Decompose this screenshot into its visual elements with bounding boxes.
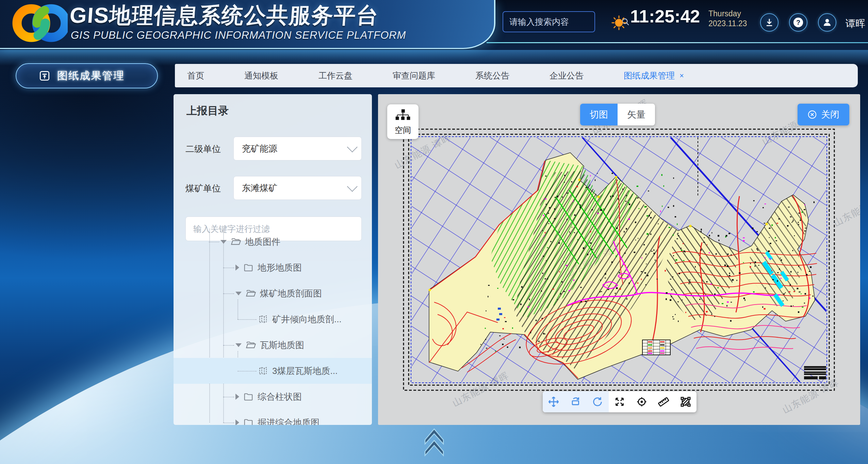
user-icon bbox=[822, 17, 832, 28]
tree-node-4[interactable]: 矿井倾向地质剖... bbox=[174, 306, 372, 332]
folder-open-icon bbox=[246, 340, 256, 350]
username-label[interactable]: 谭晖 bbox=[846, 17, 865, 31]
measure-tool-button[interactable] bbox=[653, 391, 675, 412]
map-toolbar bbox=[543, 391, 697, 412]
tab-7[interactable]: 图纸成果管理× bbox=[624, 70, 684, 81]
map-file-icon bbox=[258, 366, 268, 376]
sidebar-module-button[interactable]: 图纸成果管理 bbox=[16, 63, 158, 88]
fullscreen-tool-button[interactable] bbox=[609, 391, 631, 412]
rotate-tool-button[interactable] bbox=[565, 391, 587, 412]
secondary-unit-select[interactable]: 兖矿能源 bbox=[233, 137, 362, 160]
map-canvas[interactable] bbox=[378, 94, 860, 425]
tree-node-1[interactable]: 地质图件 bbox=[174, 229, 372, 255]
tile-mode-button[interactable]: 切图 bbox=[580, 104, 618, 125]
svg-text:?: ? bbox=[796, 19, 800, 26]
filter-label-secondary-unit: 二级单位 bbox=[185, 143, 221, 155]
help-button[interactable]: ? bbox=[789, 13, 807, 32]
collapse-up-button[interactable] bbox=[423, 427, 445, 458]
expanded-caret-icon[interactable] bbox=[235, 343, 242, 347]
fullscreen-icon bbox=[614, 396, 625, 408]
tab-label: 审查问题库 bbox=[393, 70, 435, 81]
panel-title: 上报目录 bbox=[186, 104, 229, 118]
sidebar-module-label: 图纸成果管理 bbox=[57, 69, 125, 83]
weekday-label: Thursday bbox=[708, 9, 747, 19]
tree-node-2[interactable]: 地形地质图 bbox=[174, 255, 372, 280]
refresh-tool-button[interactable] bbox=[587, 391, 609, 412]
space-tree-button[interactable]: 空间 bbox=[387, 104, 419, 139]
tree-node-3[interactable]: 煤矿地质剖面图 bbox=[174, 280, 372, 306]
tab-2[interactable]: 通知模板 bbox=[244, 70, 278, 81]
map-mode-toggle: 切图 矢量 bbox=[580, 104, 655, 125]
tree-node-5[interactable]: 瓦斯地质图 bbox=[174, 332, 372, 358]
gis-platform-window: GIS地理信息系统公共服务平台 GIS PUBLIC GEOGRAPHIC IN… bbox=[0, 0, 868, 464]
tree-node-label: 掘进综合地质图 bbox=[258, 417, 320, 425]
area-tool-button[interactable] bbox=[674, 391, 697, 412]
folder-open-icon bbox=[231, 237, 241, 247]
double-chevron-up-icon bbox=[423, 427, 445, 457]
tree-node-label: 综合柱状图 bbox=[258, 391, 302, 403]
expanded-caret-icon[interactable] bbox=[235, 292, 242, 295]
page-title: GIS地理信息系统公共服务平台 bbox=[69, 1, 380, 30]
tab-label: 图纸成果管理 bbox=[624, 70, 675, 81]
tree-node-label: 瓦斯地质图 bbox=[260, 339, 304, 351]
pan-tool-button[interactable] bbox=[543, 391, 565, 412]
tree-node-label: 矿井倾向地质剖... bbox=[272, 313, 342, 325]
chevron-down-icon bbox=[347, 181, 358, 192]
header-divider-line bbox=[487, 42, 868, 43]
tree-node-8[interactable]: 掘进综合地质图 bbox=[174, 410, 372, 425]
tab-6[interactable]: 企业公告 bbox=[550, 70, 584, 81]
download-button[interactable] bbox=[760, 13, 779, 32]
question-icon: ? bbox=[792, 17, 804, 28]
tab-label: 系统公告 bbox=[475, 70, 509, 81]
download-icon bbox=[765, 18, 774, 27]
date-label: 2023.11.23 bbox=[708, 19, 747, 29]
date-block: Thursday 2023.11.23 bbox=[708, 9, 747, 29]
rotate-icon bbox=[570, 396, 582, 408]
tab-4[interactable]: 审查问题库 bbox=[393, 70, 435, 81]
close-button-label: 关闭 bbox=[821, 108, 839, 121]
measure-icon bbox=[658, 396, 669, 408]
map-file-icon bbox=[258, 314, 268, 324]
collapsed-caret-icon[interactable] bbox=[235, 264, 239, 271]
tree-node-label: 3煤层瓦斯地质... bbox=[272, 365, 338, 377]
weather-sun-icon bbox=[611, 15, 627, 31]
vector-mode-button[interactable]: 矢量 bbox=[618, 104, 655, 125]
tab-label: 首页 bbox=[187, 70, 204, 81]
folder-closed-icon bbox=[243, 392, 253, 402]
secondary-unit-value: 兖矿能源 bbox=[234, 143, 347, 155]
map-legend bbox=[642, 340, 670, 355]
tree-node-6[interactable]: 3煤层瓦斯地质... bbox=[174, 358, 372, 384]
tree-node-label: 地质图件 bbox=[245, 236, 280, 248]
global-search bbox=[503, 11, 595, 32]
tab-label: 工作云盘 bbox=[318, 70, 353, 81]
tab-5[interactable]: 系统公告 bbox=[475, 70, 509, 81]
tab-label: 企业公告 bbox=[550, 70, 584, 81]
area-icon bbox=[680, 396, 691, 408]
tree-node-7[interactable]: 综合柱状图 bbox=[174, 384, 372, 410]
tab-bar: 首页通知模板工作云盘审查问题库系统公告企业公告图纸成果管理× bbox=[175, 64, 858, 87]
app-logo-icon bbox=[12, 3, 68, 45]
expanded-caret-icon[interactable] bbox=[220, 240, 227, 244]
tab-3[interactable]: 工作云盘 bbox=[318, 70, 353, 81]
folder-open-icon bbox=[246, 288, 256, 298]
locate-icon bbox=[636, 396, 648, 408]
catalog-tree: 地质图件地形地质图煤矿地质剖面图矿井倾向地质剖...瓦斯地质图3煤层瓦斯地质..… bbox=[174, 229, 372, 423]
search-input[interactable] bbox=[503, 17, 621, 27]
folder-closed-icon bbox=[243, 262, 253, 273]
user-button[interactable] bbox=[818, 13, 836, 32]
collapsed-caret-icon[interactable] bbox=[235, 394, 239, 400]
archive-upload-icon bbox=[38, 69, 51, 82]
tab-label: 通知模板 bbox=[244, 70, 278, 81]
locate-tool-button[interactable] bbox=[630, 391, 653, 412]
app-header: GIS地理信息系统公共服务平台 GIS PUBLIC GEOGRAPHIC IN… bbox=[0, 0, 868, 50]
mine-unit-select[interactable]: 东滩煤矿 bbox=[233, 176, 362, 200]
tab-close-icon[interactable]: × bbox=[679, 71, 684, 80]
pan-icon bbox=[548, 396, 559, 408]
report-catalog-panel: 上报目录 二级单位 兖矿能源 煤矿单位 东滩煤矿 地质图件地形地质图煤矿地质剖面… bbox=[174, 94, 372, 425]
tab-1[interactable]: 首页 bbox=[187, 70, 204, 81]
close-map-button[interactable]: 关闭 bbox=[798, 104, 849, 125]
collapsed-caret-icon[interactable] bbox=[235, 419, 239, 425]
close-circle-icon bbox=[807, 110, 817, 119]
space-button-label: 空间 bbox=[395, 125, 411, 136]
map-viewer-panel: 山东能源 谭晖 山东能源 谭晖 山东能源 谭晖 山东能源 谭晖 山东能源 谭晖 … bbox=[378, 94, 860, 425]
